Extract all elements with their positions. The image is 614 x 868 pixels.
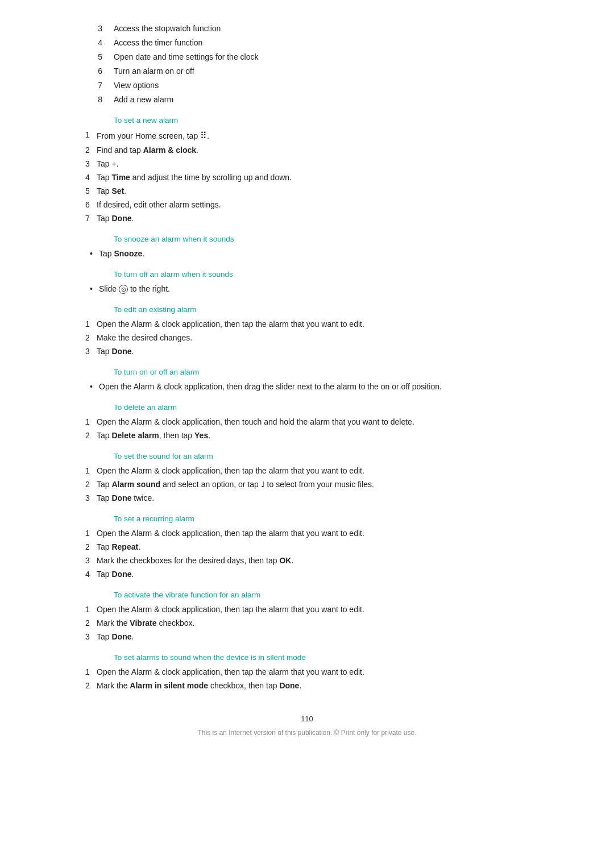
item-text: Slide ⊙ to the right. xyxy=(99,283,529,295)
item-text: Tap Done. xyxy=(97,213,529,225)
item-number: 1 xyxy=(85,465,97,477)
item-number: 1 xyxy=(85,416,97,428)
item-text: View options xyxy=(114,80,529,92)
item-number: 8 xyxy=(85,94,114,106)
item-number: 7 xyxy=(85,80,114,92)
list-item: 2 Make the desired changes. xyxy=(85,332,529,344)
section-heading: To delete an alarm xyxy=(114,403,529,412)
list-item-3: 3 Access the stopwatch function xyxy=(85,23,529,35)
list-item: 3 Tap Done. xyxy=(85,631,529,643)
bullet-icon: • xyxy=(90,283,99,295)
item-text: Tap Done. xyxy=(97,346,529,358)
item-text: Tap Time and adjust the time by scrollin… xyxy=(97,172,529,184)
item-number: 4 xyxy=(85,568,97,580)
list-item: 1 Open the Alarm & clock application, th… xyxy=(85,666,529,678)
list-item-8: 8 Add a new alarm xyxy=(85,94,529,106)
item-number: 2 xyxy=(85,430,97,442)
list-item: 1 Open the Alarm & clock application, th… xyxy=(85,528,529,539)
section-delete-alarm: To delete an alarm 1 Open the Alarm & cl… xyxy=(85,403,529,442)
section-heading: To edit an existing alarm xyxy=(114,305,529,314)
item-number: 3 xyxy=(85,158,97,170)
list-item: 1 Open the Alarm & clock application, th… xyxy=(85,465,529,477)
list-item: 3 Tap Done twice. xyxy=(85,492,529,504)
item-number: 3 xyxy=(85,631,97,643)
item-number: 5 xyxy=(85,51,114,63)
list-item: • Open the Alarm & clock application, th… xyxy=(85,381,529,393)
item-text: Mark the checkboxes for the desired days… xyxy=(97,555,529,567)
section-edit-alarm: To edit an existing alarm 1 Open the Ala… xyxy=(85,305,529,358)
item-text: Tap Delete alarm, then tap Yes. xyxy=(97,430,529,442)
page-number: 110 xyxy=(85,715,529,723)
list-item: 2 Mark the Vibrate checkbox. xyxy=(85,617,529,629)
list-item: • Slide ⊙ to the right. xyxy=(85,283,529,295)
list-item: 1 Open the Alarm & clock application, th… xyxy=(85,318,529,330)
list-item: 1 Open the Alarm & clock application, th… xyxy=(85,416,529,428)
page-container: 3 Access the stopwatch function 4 Access… xyxy=(85,0,529,782)
section-heading: To set alarms to sound when the device i… xyxy=(114,653,529,662)
list-item-5: 5 Open date and time settings for the cl… xyxy=(85,51,529,63)
list-item: 5 Tap Set. xyxy=(85,185,529,197)
item-number: 3 xyxy=(85,346,97,358)
section-turn-off-alarm-sounds: To turn off an alarm when it sounds • Sl… xyxy=(85,270,529,295)
list-item: 7 Tap Done. xyxy=(85,213,529,225)
item-text: If desired, edit other alarm settings. xyxy=(97,199,529,211)
item-number: 5 xyxy=(85,185,97,197)
section-set-new-alarm: To set a new alarm 1 From your Home scre… xyxy=(85,116,529,225)
list-item: 3 Tap +. xyxy=(85,158,529,170)
list-item-4: 4 Access the timer function xyxy=(85,37,529,49)
list-item: 2 Mark the Alarm in silent mode checkbox… xyxy=(85,680,529,692)
item-text: Open date and time settings for the cloc… xyxy=(114,51,529,63)
item-number: 1 xyxy=(85,528,97,539)
item-text: Tap Alarm sound and select an option, or… xyxy=(97,479,529,491)
section-heading: To set the sound for an alarm xyxy=(114,452,529,460)
item-number: 2 xyxy=(85,144,97,156)
section-heading: To turn on or off an alarm xyxy=(114,368,529,376)
section-heading: To set a new alarm xyxy=(114,116,529,124)
item-text: Tap Done. xyxy=(97,631,529,643)
footer-text: This is an Internet version of this publ… xyxy=(85,729,529,737)
item-number: 4 xyxy=(85,37,114,49)
list-item: 4 Tap Time and adjust the time by scroll… xyxy=(85,172,529,184)
section-silent-mode: To set alarms to sound when the device i… xyxy=(85,653,529,692)
item-number: 3 xyxy=(85,555,97,567)
list-item: 2 Tap Alarm sound and select an option, … xyxy=(85,479,529,491)
item-number: 2 xyxy=(85,541,97,553)
list-item: 6 If desired, edit other alarm settings. xyxy=(85,199,529,211)
list-item: 2 Find and tap Alarm & clock. xyxy=(85,144,529,156)
bullet-icon: • xyxy=(90,248,99,260)
list-item-7: 7 View options xyxy=(85,80,529,92)
list-item: 2 Tap Repeat. xyxy=(85,541,529,553)
list-item: 2 Tap Delete alarm, then tap Yes. xyxy=(85,430,529,442)
item-text: Open the Alarm & clock application, then… xyxy=(97,416,529,428)
item-text: Tap Done. xyxy=(97,568,529,580)
item-text: Mark the Alarm in silent mode checkbox, … xyxy=(97,680,529,692)
list-item: • Tap Snooze. xyxy=(85,248,529,260)
item-text: Access the stopwatch function xyxy=(114,23,529,35)
item-text: Tap +. xyxy=(97,158,529,170)
item-text: Turn an alarm on or off xyxy=(114,65,529,77)
section-heading: To snooze an alarm when it sounds xyxy=(114,235,529,243)
item-text: Add a new alarm xyxy=(114,94,529,106)
item-text: Open the Alarm & clock application, then… xyxy=(97,465,529,477)
item-number: 2 xyxy=(85,332,97,344)
section-heading: To turn off an alarm when it sounds xyxy=(114,270,529,279)
item-number: 3 xyxy=(85,492,97,504)
section-turn-on-off-alarm: To turn on or off an alarm • Open the Al… xyxy=(85,368,529,393)
item-text: Access the timer function xyxy=(114,37,529,49)
item-text: Open the Alarm & clock application, then… xyxy=(97,604,529,616)
list-item: 3 Mark the checkboxes for the desired da… xyxy=(85,555,529,567)
item-text: Open the Alarm & clock application, then… xyxy=(97,666,529,678)
item-number: 2 xyxy=(85,479,97,491)
item-text: Tap Done twice. xyxy=(97,492,529,504)
item-number: 2 xyxy=(85,680,97,692)
item-text: Find and tap Alarm & clock. xyxy=(97,144,529,156)
item-text: Tap Snooze. xyxy=(99,248,529,260)
list-item-6: 6 Turn an alarm on or off xyxy=(85,65,529,77)
item-number: 2 xyxy=(85,617,97,629)
item-text: Open the Alarm & clock application, then… xyxy=(99,381,529,393)
list-item: 1 Open the Alarm & clock application, th… xyxy=(85,604,529,616)
item-text: Open the Alarm & clock application, then… xyxy=(97,528,529,539)
item-text: Tap Repeat. xyxy=(97,541,529,553)
item-number: 1 xyxy=(85,318,97,330)
section-vibrate-function: To activate the vibrate function for an … xyxy=(85,591,529,643)
